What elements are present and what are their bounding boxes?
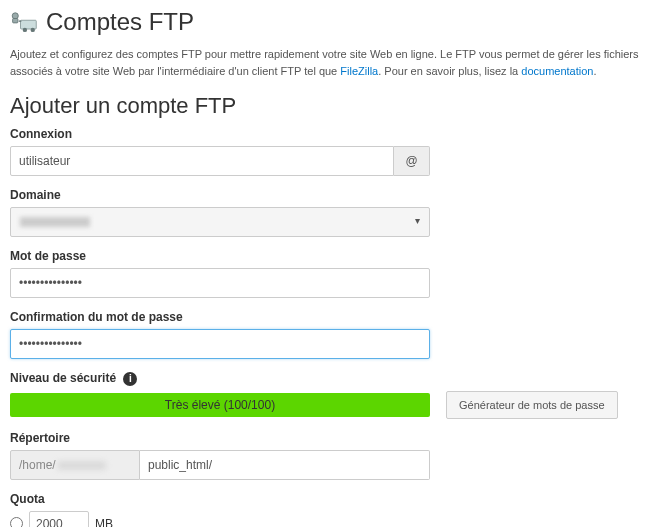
confirm-label: Confirmation du mot de passe — [10, 310, 660, 324]
svg-rect-1 — [13, 19, 18, 23]
security-label: Niveau de sécurité i — [10, 371, 660, 386]
directory-prefix: /home/xxxxxxxx — [10, 450, 140, 480]
ftp-icon — [10, 10, 38, 34]
password-input[interactable] — [10, 268, 430, 298]
svg-rect-2 — [21, 20, 37, 29]
filezilla-link[interactable]: FileZilla — [340, 65, 378, 77]
login-input[interactable] — [10, 146, 394, 176]
documentation-link[interactable]: documentation — [521, 65, 593, 77]
strength-bar: Très élevé (100/100) — [10, 393, 430, 417]
login-label: Connexion — [10, 127, 660, 141]
directory-input[interactable] — [140, 450, 430, 480]
svg-point-3 — [23, 28, 27, 32]
quota-unit: MB — [95, 517, 113, 528]
at-addon: @ — [394, 146, 430, 176]
password-generator-button[interactable]: Générateur de mots de passe — [446, 391, 618, 419]
quota-label: Quota — [10, 492, 660, 506]
svg-point-4 — [31, 28, 35, 32]
page-title-text: Comptes FTP — [46, 8, 194, 36]
directory-label: Répertoire — [10, 431, 660, 445]
info-icon[interactable]: i — [123, 372, 137, 386]
svg-point-0 — [12, 13, 18, 19]
password-label: Mot de passe — [10, 249, 660, 263]
page-title: Comptes FTP — [10, 8, 660, 36]
quota-input[interactable] — [29, 511, 89, 528]
domain-label: Domaine — [10, 188, 660, 202]
quota-limited-radio[interactable] — [10, 517, 23, 527]
form-heading: Ajouter un compte FTP — [10, 93, 660, 119]
confirm-password-input[interactable] — [10, 329, 430, 359]
domain-select[interactable] — [10, 207, 430, 237]
intro-text: Ajoutez et configurez des comptes FTP po… — [10, 46, 660, 79]
